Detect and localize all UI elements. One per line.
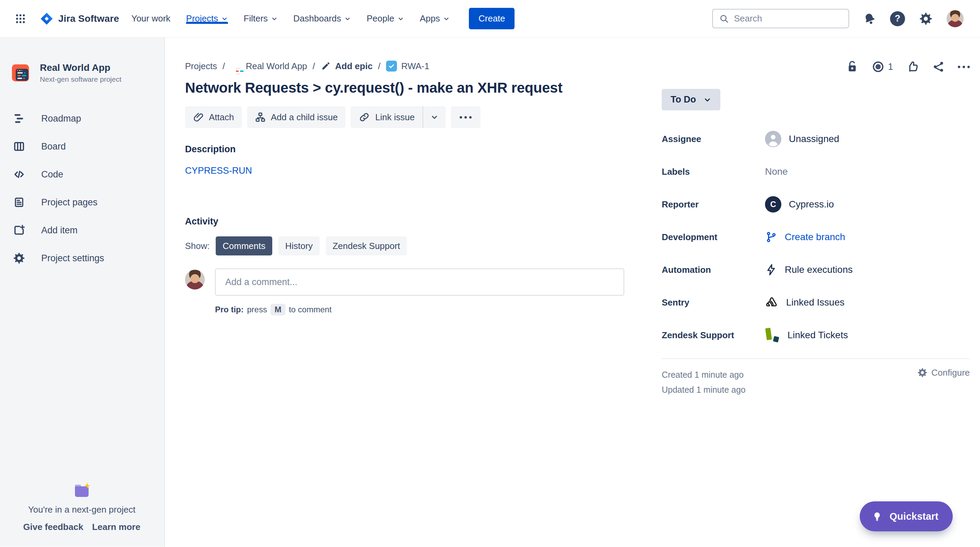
settings-gear-icon <box>13 252 25 265</box>
give-feedback-link[interactable]: Give feedback <box>23 522 83 532</box>
field-row-labels[interactable]: Labels None <box>662 155 970 188</box>
nav-item-dashboards[interactable]: Dashboards <box>293 13 351 24</box>
app-switcher-button[interactable] <box>15 0 34 37</box>
chevron-down-icon <box>271 15 278 22</box>
tab-zendesk-support[interactable]: Zendesk Support <box>326 236 407 256</box>
nav-item-people[interactable]: People <box>367 13 404 24</box>
share-button[interactable] <box>932 60 945 73</box>
help-button[interactable]: ? <box>890 11 905 26</box>
notifications-button[interactable] <box>863 12 877 25</box>
nav-item-filters[interactable]: Filters <box>243 13 278 24</box>
add-child-issue-button[interactable]: Add a child issue <box>247 106 346 128</box>
chevron-down-icon <box>221 15 228 22</box>
lightbulb-icon <box>871 510 883 522</box>
search-box[interactable] <box>712 9 849 28</box>
sidebar-item-project-pages[interactable]: Project pages <box>12 188 164 216</box>
activity-section: Activity Show: Comments History Zendesk … <box>185 216 624 315</box>
link-issue-dropdown-button[interactable] <box>423 106 446 128</box>
unlock-icon <box>846 60 859 73</box>
roadmap-icon <box>13 112 25 125</box>
field-row-reporter[interactable]: Reporter C Cypress.io <box>662 188 970 221</box>
more-actions-button[interactable] <box>451 106 480 128</box>
sidebar-item-add-item[interactable]: Add item <box>12 216 164 244</box>
quickstart-button[interactable]: Quickstart <box>860 501 953 531</box>
link-issue-button[interactable]: Link issue <box>351 106 423 128</box>
share-icon <box>932 60 945 73</box>
lightning-bolt-icon <box>765 264 777 276</box>
tab-comments[interactable]: Comments <box>216 236 272 256</box>
field-row-zendesk[interactable]: Zendesk Support Linked Tickets <box>662 319 970 351</box>
field-row-sentry[interactable]: Sentry Linked Issues <box>662 286 970 319</box>
link-icon <box>358 111 370 123</box>
configure-gear-icon <box>917 367 928 378</box>
created-timestamp: Created 1 minute ago <box>662 367 746 382</box>
nav-item-apps[interactable]: Apps <box>420 13 450 24</box>
vote-button[interactable] <box>906 60 919 73</box>
project-name: Real World App <box>40 62 121 73</box>
top-nav: Jira Software Your work Projects Filters… <box>0 0 980 37</box>
status-dropdown[interactable]: To Do <box>662 89 720 110</box>
field-row-development[interactable]: Development Create branch <box>662 221 970 253</box>
issue-title[interactable]: Network Requests > cy.request() - make a… <box>185 80 624 96</box>
branch-icon <box>765 231 777 243</box>
paperclip-icon <box>193 112 204 122</box>
field-row-automation[interactable]: Automation Rule executions <box>662 253 970 286</box>
gear-icon <box>919 11 933 26</box>
add-item-icon <box>13 224 25 236</box>
issue-actions-row: 1 <box>662 60 970 74</box>
updated-timestamp: Updated 1 minute ago <box>662 382 746 397</box>
chevron-down-icon <box>344 15 351 22</box>
breadcrumb-projects[interactable]: Projects <box>185 61 217 72</box>
breadcrumb-add-epic[interactable]: Add epic <box>321 61 373 72</box>
field-row-assignee[interactable]: Assignee Unassigned <box>662 122 970 155</box>
next-gen-message: You're in a next-gen project <box>0 504 164 515</box>
description-link[interactable]: CYPRESS-RUN <box>185 165 252 176</box>
nav-item-projects[interactable]: Projects <box>186 13 228 24</box>
help-icon: ? <box>890 11 905 26</box>
project-type: Next-gen software project <box>40 75 121 83</box>
pro-tip: Pro tip: press M to comment <box>215 304 624 315</box>
pencil-icon <box>321 61 331 71</box>
comment-input[interactable] <box>215 269 624 296</box>
keyboard-key-m: M <box>270 304 286 315</box>
breadcrumb: Projects / Real World App / Add epic / <box>185 60 624 72</box>
user-avatar[interactable] <box>947 10 964 27</box>
jira-diamond-icon <box>40 12 54 25</box>
restrict-button[interactable] <box>846 60 859 73</box>
code-icon <box>13 168 25 181</box>
breadcrumb-issue-key[interactable]: RWA-1 <box>386 60 430 72</box>
watch-button[interactable]: 1 <box>872 60 893 73</box>
issue-view: Projects / Real World App / Add epic / <box>165 37 980 547</box>
search-input[interactable] <box>734 13 842 24</box>
thumbs-up-icon <box>906 60 919 73</box>
chevron-down-icon <box>430 113 439 121</box>
project-mini-icon <box>230 60 241 72</box>
sidebar-item-project-settings[interactable]: Project settings <box>12 244 164 272</box>
child-issue-icon <box>255 112 266 122</box>
chevron-down-icon <box>443 15 450 22</box>
app-grid-icon <box>15 13 26 24</box>
breadcrumb-project[interactable]: Real World App <box>230 60 307 72</box>
zendesk-logo-icon <box>765 327 780 343</box>
board-icon <box>13 140 25 153</box>
configure-button[interactable]: Configure <box>917 367 970 378</box>
settings-button[interactable] <box>919 11 933 26</box>
create-button[interactable]: Create <box>469 8 514 29</box>
sidebar-item-board[interactable]: Board <box>12 132 164 161</box>
sidebar-menu: Roadmap Board Code Project pages <box>12 105 164 272</box>
learn-more-link[interactable]: Learn more <box>92 522 140 532</box>
tab-history[interactable]: History <box>278 236 320 256</box>
jira-logo[interactable]: Jira Software <box>40 12 119 25</box>
project-header: Real World App Next-gen software project <box>12 62 164 83</box>
sidebar-item-roadmap[interactable]: Roadmap <box>12 105 164 132</box>
description-section: Description CYPRESS-RUN <box>185 144 624 176</box>
sentry-logo-icon <box>765 296 779 309</box>
more-options-button[interactable] <box>958 66 970 68</box>
sidebar-item-code[interactable]: Code <box>12 161 164 188</box>
nav-item-your-work[interactable]: Your work <box>131 13 170 24</box>
chevron-down-icon <box>703 96 711 104</box>
issue-meta: Created 1 minute ago Updated 1 minute ag… <box>662 367 746 397</box>
primary-nav: Your work Projects Filters Dashboards Pe… <box>131 13 450 24</box>
ellipsis-icon <box>958 66 970 68</box>
attach-button[interactable]: Attach <box>185 106 242 128</box>
